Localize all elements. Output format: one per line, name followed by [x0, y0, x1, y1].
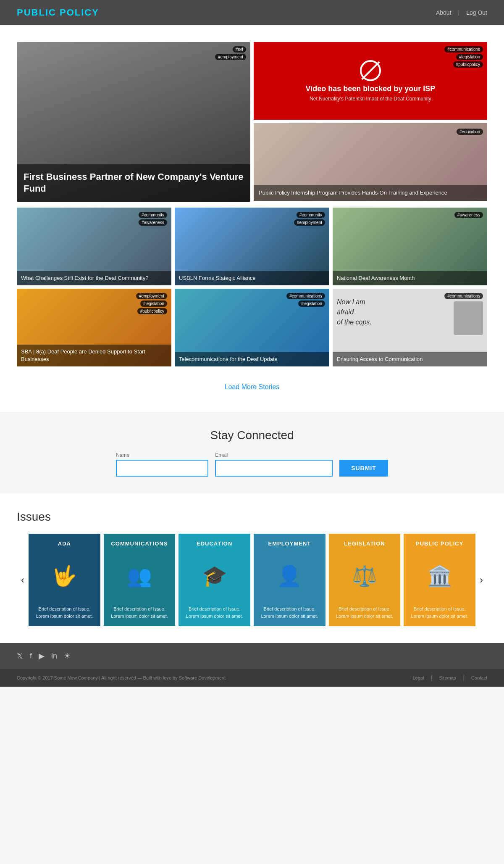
story-title-5: Ensuring Access to Communication — [337, 356, 423, 362]
tag-community-0: #community — [139, 212, 167, 218]
issue-desc-legislation: Brief description of Issue. Lorem ipsum … — [334, 606, 396, 619]
stay-connected-section: Stay Connected Name Email SUBMIT — [0, 412, 504, 493]
issue-desc-publicpolicy: Brief description of Issue. Lorem ipsum … — [409, 606, 470, 619]
email-label: Email — [215, 452, 228, 458]
contact-link[interactable]: Contact — [471, 675, 487, 680]
video-blocked-title: Video has been blocked by your ISP — [306, 84, 436, 93]
story-tags-0: #community #awareness — [139, 212, 167, 226]
story-overlay-5: Ensuring Access to Communication — [333, 352, 487, 366]
mid-stories-grid: #community #awareness What Challenges St… — [17, 208, 487, 285]
featured-card[interactable]: #svf #employment First Business Partner … — [17, 42, 250, 202]
stay-connected-title: Stay Connected — [17, 429, 487, 442]
education-card-title: Public Policy Internship Program Provide… — [259, 190, 447, 196]
footer-social: 𝕏 f ▶ in ☀ — [0, 643, 504, 669]
footer-divider-1: | — [430, 674, 432, 682]
issue-icon-publicpolicy: 🏛️ — [427, 547, 452, 606]
tag-awareness-0: #awareness — [139, 219, 167, 226]
subscription-form: Name Email SUBMIT — [17, 452, 487, 477]
story-overlay-2: National Deaf Awareness Month — [333, 271, 487, 285]
load-more-section: Load More Stories — [17, 375, 487, 403]
facebook-icon[interactable]: f — [30, 652, 32, 661]
footer-links: Legal | Sitemap | Contact — [412, 674, 487, 682]
issue-card-ada[interactable]: ADA 🤟 Brief description of Issue. Lorem … — [29, 534, 100, 626]
main-content: #svf #employment First Business Partner … — [0, 25, 504, 412]
issue-icon-legislation: ⚖️ — [352, 547, 377, 606]
issue-icon-ada: 🤟 — [52, 547, 77, 606]
issue-desc-education: Brief description of Issue. Lorem ipsum … — [184, 606, 245, 619]
story-overlay-4: Telecommunications for the Deaf Update — [175, 352, 329, 366]
tag-legislation-3: #legislation — [140, 300, 167, 307]
blocked-circle-icon — [360, 60, 381, 81]
tag-publicpolicy-3: #publicpolicy — [137, 308, 167, 314]
header-nav: About | Log Out — [436, 9, 487, 16]
tag-employment-1: #employment — [294, 219, 325, 226]
story-card-5[interactable]: #communications Now I amafraidof the cop… — [333, 289, 487, 366]
carousel-next-button[interactable]: › — [475, 574, 487, 586]
carousel-prev-button[interactable]: ‹ — [17, 574, 29, 586]
footer-divider-2: | — [463, 674, 465, 682]
sitemap-link[interactable]: Sitemap — [439, 675, 456, 680]
youtube-icon[interactable]: ▶ — [39, 651, 45, 661]
tag-education: #education — [457, 129, 483, 135]
issue-label-legislation: LEGISLATION — [344, 540, 385, 547]
issue-label-publicpolicy: PUBLIC POLICY — [416, 540, 463, 547]
story-tags-4: #communications #legislation — [286, 293, 325, 307]
story-title-4: Telecommunications for the Deaf Update — [179, 356, 278, 362]
header: PUBLIC POLICY About | Log Out — [0, 0, 504, 25]
name-field-group: Name — [116, 452, 208, 477]
footer-copyright: Copyright © 2017 Some New Company | All … — [17, 675, 226, 680]
tag-legislation: #legislation — [456, 54, 483, 60]
story-tags-3: #employment #legislation #publicpolicy — [136, 293, 167, 314]
story-card-2[interactable]: #awareness National Deaf Awareness Month — [333, 208, 487, 285]
blocked-tags: #communications #legislation #publicpoli… — [444, 46, 483, 68]
issue-card-legislation[interactable]: LEGISLATION ⚖️ Brief description of Issu… — [329, 534, 401, 626]
submit-button[interactable]: SUBMIT — [339, 460, 388, 477]
email-input[interactable] — [215, 460, 333, 477]
issue-label-employment: EMPLOYMENT — [268, 540, 311, 547]
twitter-icon[interactable]: 𝕏 — [17, 651, 23, 661]
story-overlay-0: What Challenges Still Exist for the Deaf… — [17, 271, 171, 285]
issue-card-education[interactable]: EDUCATION 🎓 Brief description of Issue. … — [178, 534, 250, 626]
story-overlay-1: USBLN Forms Stategic Alliance — [175, 271, 329, 285]
video-blocked-card[interactable]: #communications #legislation #publicpoli… — [254, 42, 487, 120]
issue-desc-employment: Brief description of Issue. Lorem ipsum … — [259, 606, 320, 619]
about-link[interactable]: About — [436, 9, 452, 16]
linkedin-icon[interactable]: in — [51, 652, 57, 661]
story-tags-2: #awareness — [454, 212, 483, 218]
story-title-3: SBA | 8(a) Deaf People are Denied Suppor… — [21, 348, 145, 362]
tag-svf: #svf — [233, 46, 246, 53]
story-card-0[interactable]: #community #awareness What Challenges St… — [17, 208, 171, 285]
issue-label-education: EDUCATION — [197, 540, 232, 547]
cops-text: Now I amafraidof the cops. — [337, 297, 372, 327]
story-card-1[interactable]: #community #employment USBLN Forms State… — [175, 208, 329, 285]
issue-desc-communications: Brief description of Issue. Lorem ipsum … — [109, 606, 171, 619]
tag-communications-5: #communications — [444, 293, 483, 299]
logout-link[interactable]: Log Out — [466, 9, 487, 16]
instagram-icon[interactable]: ☀ — [64, 651, 71, 661]
tag-community-1: #community — [297, 212, 325, 218]
story-tags-5: #communications — [444, 293, 483, 299]
tag-communications-4: #communications — [286, 293, 325, 299]
issue-label-ada: ADA — [58, 540, 71, 547]
story-overlay-3: SBA | 8(a) Deaf People are Denied Suppor… — [17, 345, 171, 366]
issues-title: Issues — [17, 510, 487, 524]
name-input[interactable] — [116, 460, 208, 477]
story-tags-1: #community #employment — [294, 212, 325, 226]
issue-icon-employment: 👤 — [277, 547, 302, 606]
issue-icon-education: 🎓 — [202, 547, 227, 606]
issues-grid: ADA 🤟 Brief description of Issue. Lorem … — [29, 534, 475, 626]
issues-section: Issues ‹ ADA 🤟 Brief description of Issu… — [0, 493, 504, 643]
story-card-4[interactable]: #communications #legislation Telecommuni… — [175, 289, 329, 366]
tag-employment: #employment — [215, 54, 246, 60]
issue-card-employment[interactable]: EMPLOYMENT 👤 Brief description of Issue.… — [254, 534, 326, 626]
legal-link[interactable]: Legal — [412, 675, 424, 680]
issue-card-communications[interactable]: COMMUNICATIONS 👥 Brief description of Is… — [104, 534, 176, 626]
story-title-1: USBLN Forms Stategic Alliance — [179, 275, 256, 281]
education-card[interactable]: #education Public Policy Internship Prog… — [254, 123, 487, 201]
story-title-2: National Deaf Awareness Month — [337, 275, 415, 281]
load-more-button[interactable]: Load More Stories — [225, 383, 280, 391]
issues-carousel: ‹ ADA 🤟 Brief description of Issue. Lore… — [17, 534, 487, 626]
nav-divider: | — [458, 9, 460, 16]
story-card-3[interactable]: #employment #legislation #publicpolicy S… — [17, 289, 171, 366]
issue-card-publicpolicy[interactable]: PUBLIC POLICY 🏛️ Brief description of Is… — [404, 534, 475, 626]
